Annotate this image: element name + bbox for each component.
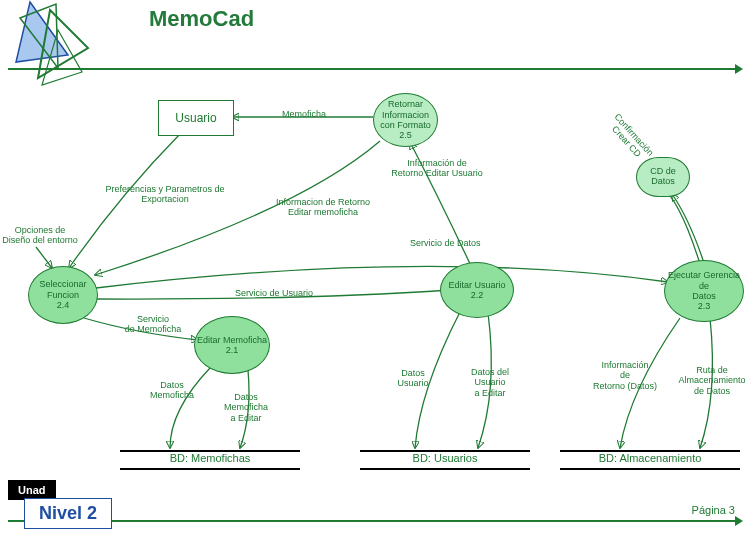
datastore-usuarios-bot (360, 468, 530, 470)
flow-conf-crear-cd: ConfirmaciónCrear CD (599, 105, 661, 171)
flow-datos-usuario-edit: Datos delUsuarioa Editar (460, 367, 520, 398)
app-title: MemoCad (149, 6, 254, 32)
page-number: Página 3 (692, 504, 735, 516)
process-editar-usuario: Editar Usuario2.2 (440, 262, 514, 318)
flow-datos-usuario: DatosUsuario (388, 368, 438, 389)
flow-datos-memo-edit: DatosMemofichaa Editar (216, 392, 276, 423)
divider-top-arrow-icon (735, 64, 743, 74)
flow-serv-datos: Servicio de Datos (410, 238, 481, 248)
process-retornar: RetornarInformacioncon Formato2.5 (373, 93, 438, 147)
entity-opciones: Opciones deDiseño del entorno (0, 225, 80, 246)
flow-memoficha: Memoficha (282, 109, 326, 119)
datastore-usuarios-label: BD: Usuarios (390, 452, 500, 464)
divider-bottom-arrow-icon (735, 516, 743, 526)
unad-badge: Unad (8, 480, 56, 500)
divider-top (8, 68, 739, 70)
flow-info-ret-memo: Informacion de RetornoEditar memoficha (258, 197, 388, 218)
process-editar-memoficha: Editar Memoficha2.1 (194, 316, 270, 374)
flow-ruta-alm: Ruta deAlmacenamientode Datos (672, 365, 747, 396)
entity-usuario: Usuario (158, 100, 234, 136)
flow-serv-usuario: Servicio de Usuario (235, 288, 313, 298)
flow-info-ret-usuario: Información deRetorno Editar Usuario (377, 158, 497, 179)
logo-icon (8, 0, 98, 95)
level-badge: Nivel 2 (24, 498, 112, 529)
divider-bottom (8, 520, 739, 522)
datastore-memofichas-label: BD: Memofichas (145, 452, 275, 464)
datastore-memofichas-bot (120, 468, 300, 470)
datastore-almacenamiento-bot (560, 468, 740, 470)
flow-datos-memo: DatosMemoficha (142, 380, 202, 401)
process-seleccionar: SeleccionarFuncion2.4 (28, 266, 98, 324)
flow-serv-memo: Serviciode Memoficha (118, 314, 188, 335)
flow-info-ret-datos: InformacióndeRetorno (Datos) (590, 360, 660, 391)
datastore-almacenamiento-label: BD: Almacenamiento (575, 452, 725, 464)
flow-pref-param: Preferencias y Parametros deExportacion (85, 184, 245, 205)
process-ejecutar-gerencia: Ejecutar GerenciadeDatos2.3 (664, 260, 744, 322)
